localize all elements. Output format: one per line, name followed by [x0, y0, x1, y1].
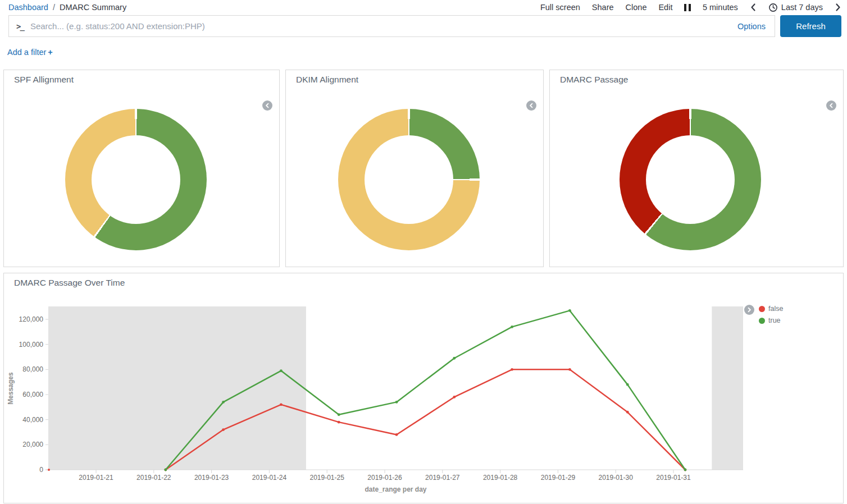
panel-title: DMARC Passage	[560, 75, 628, 85]
data-point-true[interactable]	[280, 369, 283, 372]
x-axis-tick-label: 2019-01-27	[425, 474, 460, 482]
edit-button[interactable]: Edit	[658, 3, 672, 12]
page-title: DMARC Summary	[60, 3, 126, 12]
dkim-donut-chart[interactable]	[338, 109, 480, 250]
y-axis-tick-label: 120,000	[19, 315, 44, 323]
pause-refresh-icon[interactable]	[684, 4, 691, 11]
chart-legend-items: falsetrue	[759, 305, 783, 324]
panel-dmarc-passage-over-time: DMARC Passage Over Time 020,00040,00060,…	[3, 273, 844, 503]
panel-dmarc-passage: DMARC Passage	[549, 70, 844, 267]
data-point-false[interactable]	[511, 368, 513, 371]
y-axis-tick-label: 40,000	[22, 416, 43, 424]
plus-icon: +	[48, 48, 52, 57]
legend-dot-icon	[759, 306, 765, 312]
x-axis-tick-label: 2019-01-21	[79, 474, 113, 482]
donut-hole	[365, 135, 453, 224]
data-point-false[interactable]	[222, 428, 225, 431]
y-axis-title: Messages	[7, 372, 15, 405]
data-point-false[interactable]	[338, 421, 340, 424]
y-axis-tick-label: 60,000	[22, 391, 43, 398]
legend-dot-icon	[759, 318, 765, 324]
data-point-true[interactable]	[164, 469, 167, 471]
query-bar: >_ Options	[8, 15, 775, 37]
query-prompt-icon: >_	[16, 22, 25, 31]
x-axis-tick-label: 2019-01-22	[136, 474, 171, 482]
legend-collapse-icon[interactable]	[826, 100, 836, 111]
donut-hole	[92, 135, 180, 224]
data-point-false[interactable]	[453, 396, 456, 398]
panel-dkim-alignment: DKIM Alignment	[285, 70, 544, 267]
x-axis-tick-label: 2019-01-25	[310, 474, 345, 482]
dashboard-menu: Full screen Share Clone Edit 5 minutes L…	[540, 0, 841, 15]
legend-expand-icon[interactable]	[744, 305, 754, 315]
spf-donut-chart[interactable]	[65, 109, 207, 250]
legend-collapse-icon[interactable]	[526, 100, 536, 111]
clock-icon	[768, 3, 778, 12]
refresh-interval-button[interactable]: 5 minutes	[703, 3, 738, 12]
x-axis-tick-label: 2019-01-23	[194, 474, 229, 482]
donut-hole	[646, 135, 735, 224]
legend-item-false[interactable]: false	[759, 305, 783, 313]
chart-legend: falsetrue	[744, 305, 783, 324]
panel-title: DKIM Alignment	[296, 75, 358, 85]
dmarc-donut-chart[interactable]	[620, 109, 761, 250]
out-of-range-band	[712, 306, 743, 470]
data-point-true[interactable]	[626, 383, 629, 386]
time-picker-button[interactable]: Last 7 days	[768, 3, 823, 12]
clone-button[interactable]: Clone	[626, 3, 647, 12]
clipped-edge-point	[48, 469, 50, 471]
data-point-true[interactable]	[338, 413, 340, 416]
search-input[interactable]	[30, 21, 737, 31]
top-bar: Dashboard / DMARC Summary Full screen Sh…	[0, 0, 847, 15]
time-forward-chevron-icon[interactable]	[835, 3, 841, 12]
legend-item-true[interactable]: true	[759, 317, 783, 324]
x-axis-tick-label: 2019-01-26	[367, 474, 402, 482]
y-axis-tick-label: 80,000	[22, 365, 43, 373]
x-axis-title: date_range per day	[365, 485, 426, 493]
x-axis-tick-label: 2019-01-31	[656, 474, 691, 482]
share-button[interactable]: Share	[592, 3, 614, 12]
x-axis-tick-label: 2019-01-29	[541, 474, 576, 482]
data-point-false[interactable]	[626, 411, 629, 414]
out-of-range-band	[48, 306, 306, 470]
data-point-true[interactable]	[511, 326, 513, 328]
panel-title: SPF Allignment	[14, 75, 74, 85]
breadcrumb-separator: /	[53, 3, 55, 12]
options-link[interactable]: Options	[737, 22, 766, 31]
filter-bar: Add a filter+	[7, 48, 53, 57]
data-point-true[interactable]	[395, 401, 398, 404]
legend-label: true	[768, 317, 781, 324]
x-axis-tick-label: 2019-01-28	[483, 474, 518, 482]
y-axis-tick-label: 100,000	[19, 341, 44, 349]
data-point-false[interactable]	[568, 368, 571, 371]
data-point-true[interactable]	[222, 401, 225, 404]
breadcrumb: Dashboard / DMARC Summary	[8, 0, 126, 15]
line-chart-svg[interactable]: 020,00040,00060,00080,000100,000120,0002…	[4, 273, 844, 501]
x-axis-tick-label: 2019-01-30	[599, 474, 634, 482]
data-point-true[interactable]	[568, 309, 571, 312]
panel-spf-alignment: SPF Allignment	[3, 70, 280, 267]
data-point-false[interactable]	[395, 433, 398, 436]
kibana-dashboard: Dashboard / DMARC Summary Full screen Sh…	[0, 0, 847, 504]
breadcrumb-dashboard-link[interactable]: Dashboard	[8, 3, 48, 12]
legend-collapse-icon[interactable]	[262, 100, 272, 111]
data-point-true[interactable]	[453, 357, 456, 360]
data-point-true[interactable]	[684, 469, 687, 471]
legend-label: false	[768, 305, 783, 313]
y-axis-tick-label: 20,000	[22, 441, 43, 448]
y-axis-tick-label: 0	[39, 466, 43, 474]
time-back-chevron-icon[interactable]	[750, 3, 757, 12]
x-axis-tick-label: 2019-01-24	[252, 474, 287, 482]
refresh-button[interactable]: Refresh	[780, 15, 841, 37]
time-range-label: Last 7 days	[781, 3, 823, 12]
add-filter-button[interactable]: Add a filter+	[7, 48, 53, 57]
data-point-false[interactable]	[280, 403, 283, 406]
full-screen-button[interactable]: Full screen	[540, 3, 580, 12]
